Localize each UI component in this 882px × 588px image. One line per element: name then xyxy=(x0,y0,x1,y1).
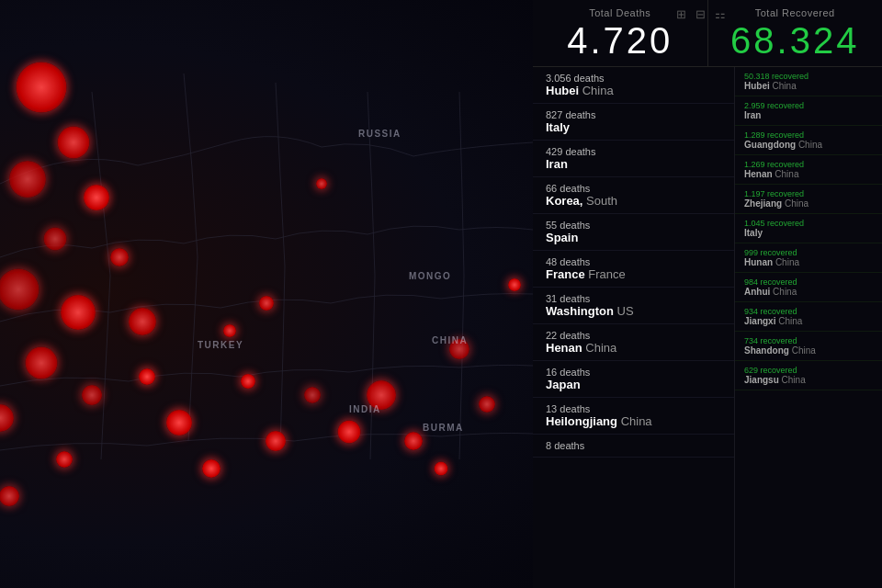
outbreak-dot xyxy=(9,161,46,198)
recovered-item: 984 recoveredAnhui China xyxy=(735,273,882,302)
recovered-count: 629 recovered xyxy=(744,366,873,375)
outbreak-dot xyxy=(84,185,109,210)
grid-icon[interactable]: ⊞ xyxy=(676,7,686,21)
death-item: 55 deathsSpain xyxy=(533,214,734,251)
outbreak-dot xyxy=(202,459,220,478)
death-count: 3.056 deaths xyxy=(546,73,721,84)
deaths-label: Total Deaths xyxy=(589,7,650,18)
recovered-item: 50.318 recoveredHubei China xyxy=(735,67,882,96)
recovered-item: 1.289 recoveredGuangdong China xyxy=(735,126,882,155)
recovered-count: 1.289 recovered xyxy=(744,130,873,140)
outbreak-dot xyxy=(435,462,448,476)
recovered-item: 629 recoveredJiangsu China xyxy=(735,361,882,390)
death-item: 16 deathsJapan xyxy=(533,361,734,398)
recovered-item: 734 recoveredShandong China xyxy=(735,332,882,361)
death-count: 16 deaths xyxy=(546,367,721,378)
dashboard: RUSSIAMONGOCHINAINDIABURMATURKEY ⊞ ⊟ ⚏ T… xyxy=(0,0,882,588)
recovered-count: 984 recovered xyxy=(744,277,873,287)
recovered-location: Iran xyxy=(744,110,873,120)
outbreak-dot xyxy=(449,339,469,359)
recovered-item: 1.269 recoveredHenan China xyxy=(735,155,882,185)
death-location: Japan xyxy=(546,378,721,391)
outbreak-dot xyxy=(139,368,155,385)
recovered-item: 1.197 recoveredZhejiang China xyxy=(735,185,882,214)
outbreak-dot xyxy=(266,431,286,451)
toolbar: ⊞ ⊟ ⚏ xyxy=(676,7,726,21)
recovered-location: Anhui China xyxy=(744,287,873,297)
map-svg xyxy=(0,0,533,588)
outbreak-dot xyxy=(508,278,521,291)
outbreak-dot xyxy=(479,396,495,413)
total-recovered-block: Total Recovered 68.324 xyxy=(708,0,883,66)
outbreak-dot xyxy=(223,324,236,337)
outbreak-dot xyxy=(367,380,396,410)
death-location: Italy xyxy=(546,120,721,134)
recovered-location: Italy xyxy=(744,228,873,238)
outbreak-dot xyxy=(17,62,67,113)
death-location: Spain xyxy=(546,231,721,244)
recovered-location: Jiangsu China xyxy=(744,375,873,385)
death-count: 827 deaths xyxy=(546,109,721,120)
recovered-count: 1.045 recovered xyxy=(744,219,873,228)
recovered-value: 68.324 xyxy=(730,22,859,59)
list-icon[interactable]: ⊟ xyxy=(695,7,706,21)
recovered-count: 999 recovered xyxy=(744,248,873,257)
death-count: 66 deaths xyxy=(546,183,721,194)
death-location: Heilongjiang China xyxy=(546,414,721,428)
death-item: 8 deaths xyxy=(533,435,734,458)
death-item: 22 deathsHenan China xyxy=(533,324,734,361)
recovered-label: Total Recovered xyxy=(755,7,835,18)
recovered-count: 50.318 recovered xyxy=(744,72,873,81)
outbreak-dot xyxy=(316,178,327,189)
death-item: 429 deathsIran xyxy=(533,141,734,177)
outbreak-dot xyxy=(44,228,67,251)
deaths-value: 4.720 xyxy=(567,22,673,59)
recovered-count: 734 recovered xyxy=(744,336,873,345)
outbreak-dot xyxy=(338,421,361,444)
death-item: 13 deathsHeilongjiang China xyxy=(533,398,734,435)
death-item: 31 deathsWashington US xyxy=(533,288,734,324)
recovered-item: 2.959 recoveredIran xyxy=(735,96,882,126)
outbreak-dot xyxy=(241,374,255,389)
death-count: 429 deaths xyxy=(546,146,721,157)
recovered-count: 934 recovered xyxy=(744,307,873,316)
death-location: Korea, South xyxy=(546,194,721,208)
outbreak-dot xyxy=(26,347,58,379)
map-panel: RUSSIAMONGOCHINAINDIABURMATURKEY xyxy=(0,0,533,588)
recovered-location: Hunan China xyxy=(744,257,873,267)
death-item: 48 deathsFrance France xyxy=(533,251,734,288)
death-count: 22 deaths xyxy=(546,330,721,341)
outbreak-dot xyxy=(0,486,19,506)
outbreak-dot xyxy=(82,385,102,405)
death-count: 48 deaths xyxy=(546,256,721,267)
lists-area: 3.056 deathsHubei China827 deathsItaly42… xyxy=(533,67,882,588)
recovered-count: 1.269 recovered xyxy=(744,160,873,169)
death-count: 8 deaths xyxy=(546,440,721,451)
death-location: Hubei China xyxy=(546,84,721,97)
recovered-location: Guangdong China xyxy=(744,140,873,150)
death-item: 3.056 deathsHubei China xyxy=(533,67,734,104)
stats-panel: ⊞ ⊟ ⚏ Total Deaths 4.720 Total Recovered… xyxy=(533,0,882,588)
outbreak-dot xyxy=(58,127,90,159)
outbreak-dot xyxy=(56,451,73,468)
death-count: 13 deaths xyxy=(546,403,721,414)
death-location: Henan China xyxy=(546,341,721,355)
recovered-location: Zhejiang China xyxy=(744,198,873,209)
recovered-item: 934 recoveredJiangxi China xyxy=(735,302,882,332)
menu-icon[interactable]: ⚏ xyxy=(715,7,726,21)
outbreak-dot xyxy=(61,295,96,330)
recovered-item: 999 recoveredHunan China xyxy=(735,243,882,273)
outbreak-dot xyxy=(110,248,129,266)
outbreak-dot xyxy=(404,432,423,450)
outbreak-dot xyxy=(259,296,274,311)
outbreak-dot xyxy=(129,308,156,335)
death-location: Iran xyxy=(546,157,721,171)
recovered-location: Shandong China xyxy=(744,345,873,356)
recovered-location: Jiangxi China xyxy=(744,316,873,326)
recovered-item: 1.045 recoveredItaly xyxy=(735,214,882,243)
outbreak-dot xyxy=(304,387,321,403)
death-location: Washington US xyxy=(546,304,721,318)
recovered-count: 2.959 recovered xyxy=(744,101,873,110)
recovered-location: Henan China xyxy=(744,169,873,179)
recovered-location: Hubei China xyxy=(744,81,873,91)
